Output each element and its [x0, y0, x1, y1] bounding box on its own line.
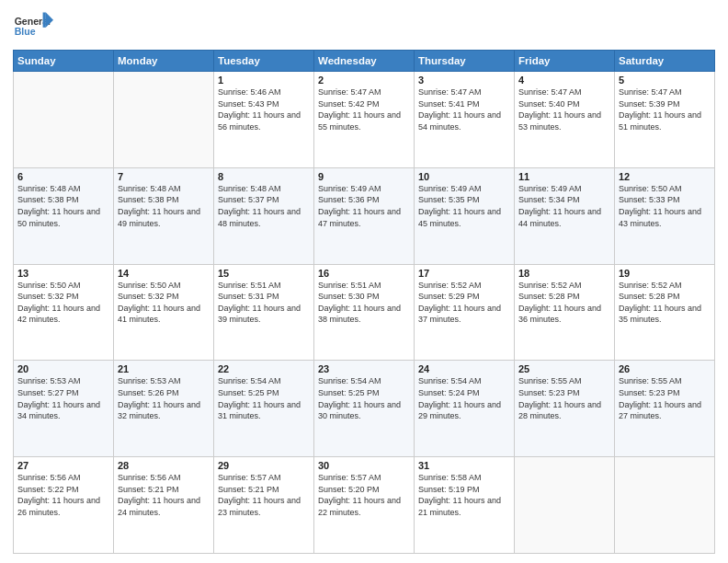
calendar-cell: 12Sunrise: 5:50 AMSunset: 5:33 PMDayligh… — [615, 167, 715, 264]
day-info: Sunrise: 5:47 AMSunset: 5:41 PMDaylight:… — [418, 86, 510, 132]
day-info: Sunrise: 5:55 AMSunset: 5:23 PMDaylight:… — [619, 375, 711, 421]
calendar-cell: 5Sunrise: 5:47 AMSunset: 5:39 PMDaylight… — [615, 72, 715, 168]
logo: General Blue — [13, 9, 53, 44]
day-number: 10 — [418, 171, 510, 182]
day-info: Sunrise: 5:54 AMSunset: 5:25 PMDaylight:… — [318, 375, 410, 421]
day-number: 26 — [619, 363, 711, 374]
day-info: Sunrise: 5:53 AMSunset: 5:27 PMDaylight:… — [17, 375, 109, 421]
calendar-cell — [14, 72, 114, 168]
day-number: 16 — [318, 268, 410, 279]
calendar-cell: 30Sunrise: 5:57 AMSunset: 5:20 PMDayligh… — [314, 457, 415, 554]
day-number: 30 — [318, 460, 410, 471]
weekday-header: Wednesday — [314, 51, 415, 72]
calendar-cell: 20Sunrise: 5:53 AMSunset: 5:27 PMDayligh… — [14, 361, 114, 457]
calendar-cell: 1Sunrise: 5:46 AMSunset: 5:43 PMDaylight… — [214, 72, 314, 168]
day-info: Sunrise: 5:52 AMSunset: 5:28 PMDaylight:… — [619, 280, 711, 326]
day-number: 25 — [518, 363, 610, 374]
day-info: Sunrise: 5:54 AMSunset: 5:24 PMDaylight:… — [418, 375, 510, 421]
day-info: Sunrise: 5:47 AMSunset: 5:40 PMDaylight:… — [518, 86, 610, 132]
day-number: 22 — [218, 363, 310, 374]
weekday-header: Sunday — [14, 51, 114, 72]
calendar-cell: 9Sunrise: 5:49 AMSunset: 5:36 PMDaylight… — [314, 167, 415, 264]
day-number: 7 — [118, 171, 210, 182]
day-number: 3 — [418, 75, 510, 86]
day-number: 14 — [118, 268, 210, 279]
calendar-cell: 16Sunrise: 5:51 AMSunset: 5:30 PMDayligh… — [314, 264, 415, 361]
calendar-cell: 15Sunrise: 5:51 AMSunset: 5:31 PMDayligh… — [214, 264, 314, 361]
calendar-cell: 25Sunrise: 5:55 AMSunset: 5:23 PMDayligh… — [515, 361, 615, 457]
calendar-cell: 31Sunrise: 5:58 AMSunset: 5:19 PMDayligh… — [415, 457, 515, 554]
day-number: 31 — [418, 460, 510, 471]
calendar-table: SundayMondayTuesdayWednesdayThursdayFrid… — [13, 50, 715, 554]
calendar-cell: 8Sunrise: 5:48 AMSunset: 5:37 PMDaylight… — [214, 167, 314, 264]
day-info: Sunrise: 5:54 AMSunset: 5:25 PMDaylight:… — [218, 375, 310, 421]
calendar-cell: 28Sunrise: 5:56 AMSunset: 5:21 PMDayligh… — [114, 457, 214, 554]
day-info: Sunrise: 5:57 AMSunset: 5:20 PMDaylight:… — [318, 472, 410, 518]
day-info: Sunrise: 5:49 AMSunset: 5:34 PMDaylight:… — [518, 183, 610, 229]
calendar-cell: 4Sunrise: 5:47 AMSunset: 5:40 PMDaylight… — [515, 72, 615, 168]
calendar-cell: 21Sunrise: 5:53 AMSunset: 5:26 PMDayligh… — [114, 361, 214, 457]
calendar-cell: 19Sunrise: 5:52 AMSunset: 5:28 PMDayligh… — [615, 264, 715, 361]
calendar-cell: 2Sunrise: 5:47 AMSunset: 5:42 PMDaylight… — [314, 72, 415, 168]
weekday-header: Monday — [114, 51, 214, 72]
header: General Blue — [13, 9, 715, 44]
calendar-cell: 17Sunrise: 5:52 AMSunset: 5:29 PMDayligh… — [415, 264, 515, 361]
calendar-cell: 26Sunrise: 5:55 AMSunset: 5:23 PMDayligh… — [615, 361, 715, 457]
day-number: 9 — [318, 171, 410, 182]
day-info: Sunrise: 5:53 AMSunset: 5:26 PMDaylight:… — [118, 375, 210, 421]
day-number: 15 — [218, 268, 310, 279]
day-info: Sunrise: 5:49 AMSunset: 5:36 PMDaylight:… — [318, 183, 410, 229]
weekday-header-row: SundayMondayTuesdayWednesdayThursdayFrid… — [14, 51, 715, 72]
calendar-week-row: 20Sunrise: 5:53 AMSunset: 5:27 PMDayligh… — [14, 361, 715, 457]
calendar-cell — [615, 457, 715, 554]
day-number: 1 — [218, 75, 310, 86]
day-info: Sunrise: 5:52 AMSunset: 5:28 PMDaylight:… — [518, 280, 610, 326]
day-info: Sunrise: 5:50 AMSunset: 5:32 PMDaylight:… — [118, 280, 210, 326]
day-info: Sunrise: 5:48 AMSunset: 5:38 PMDaylight:… — [118, 183, 210, 229]
day-number: 21 — [118, 363, 210, 374]
calendar-cell: 29Sunrise: 5:57 AMSunset: 5:21 PMDayligh… — [214, 457, 314, 554]
day-info: Sunrise: 5:56 AMSunset: 5:21 PMDaylight:… — [118, 472, 210, 518]
logo-svg: General Blue — [13, 9, 53, 44]
day-number: 23 — [318, 363, 410, 374]
calendar-cell: 3Sunrise: 5:47 AMSunset: 5:41 PMDaylight… — [415, 72, 515, 168]
day-info: Sunrise: 5:51 AMSunset: 5:31 PMDaylight:… — [218, 280, 310, 326]
calendar-cell — [114, 72, 214, 168]
calendar-cell: 10Sunrise: 5:49 AMSunset: 5:35 PMDayligh… — [415, 167, 515, 264]
day-number: 11 — [518, 171, 610, 182]
calendar-week-row: 1Sunrise: 5:46 AMSunset: 5:43 PMDaylight… — [14, 72, 715, 168]
day-info: Sunrise: 5:46 AMSunset: 5:43 PMDaylight:… — [218, 86, 310, 132]
day-number: 24 — [418, 363, 510, 374]
weekday-header: Friday — [515, 51, 615, 72]
calendar-cell: 14Sunrise: 5:50 AMSunset: 5:32 PMDayligh… — [114, 264, 214, 361]
calendar-cell: 13Sunrise: 5:50 AMSunset: 5:32 PMDayligh… — [14, 264, 114, 361]
day-info: Sunrise: 5:48 AMSunset: 5:37 PMDaylight:… — [218, 183, 310, 229]
day-info: Sunrise: 5:57 AMSunset: 5:21 PMDaylight:… — [218, 472, 310, 518]
day-number: 20 — [17, 363, 109, 374]
day-info: Sunrise: 5:48 AMSunset: 5:38 PMDaylight:… — [17, 183, 109, 229]
weekday-header: Saturday — [615, 51, 715, 72]
calendar-cell: 23Sunrise: 5:54 AMSunset: 5:25 PMDayligh… — [314, 361, 415, 457]
day-number: 13 — [17, 268, 109, 279]
day-number: 18 — [518, 268, 610, 279]
day-number: 12 — [619, 171, 711, 182]
day-info: Sunrise: 5:52 AMSunset: 5:29 PMDaylight:… — [418, 280, 510, 326]
calendar-cell: 11Sunrise: 5:49 AMSunset: 5:34 PMDayligh… — [515, 167, 615, 264]
day-info: Sunrise: 5:47 AMSunset: 5:39 PMDaylight:… — [619, 86, 711, 132]
day-number: 6 — [17, 171, 109, 182]
day-number: 29 — [218, 460, 310, 471]
calendar-cell: 24Sunrise: 5:54 AMSunset: 5:24 PMDayligh… — [415, 361, 515, 457]
day-number: 8 — [218, 171, 310, 182]
day-info: Sunrise: 5:47 AMSunset: 5:42 PMDaylight:… — [318, 86, 410, 132]
day-number: 28 — [118, 460, 210, 471]
calendar-week-row: 6Sunrise: 5:48 AMSunset: 5:38 PMDaylight… — [14, 167, 715, 264]
day-number: 19 — [619, 268, 711, 279]
weekday-header: Tuesday — [214, 51, 314, 72]
weekday-header: Thursday — [415, 51, 515, 72]
day-info: Sunrise: 5:50 AMSunset: 5:33 PMDaylight:… — [619, 183, 711, 229]
calendar-cell: 7Sunrise: 5:48 AMSunset: 5:38 PMDaylight… — [114, 167, 214, 264]
day-number: 2 — [318, 75, 410, 86]
day-info: Sunrise: 5:50 AMSunset: 5:32 PMDaylight:… — [17, 280, 109, 326]
day-info: Sunrise: 5:56 AMSunset: 5:22 PMDaylight:… — [17, 472, 109, 518]
svg-text:Blue: Blue — [15, 26, 36, 37]
